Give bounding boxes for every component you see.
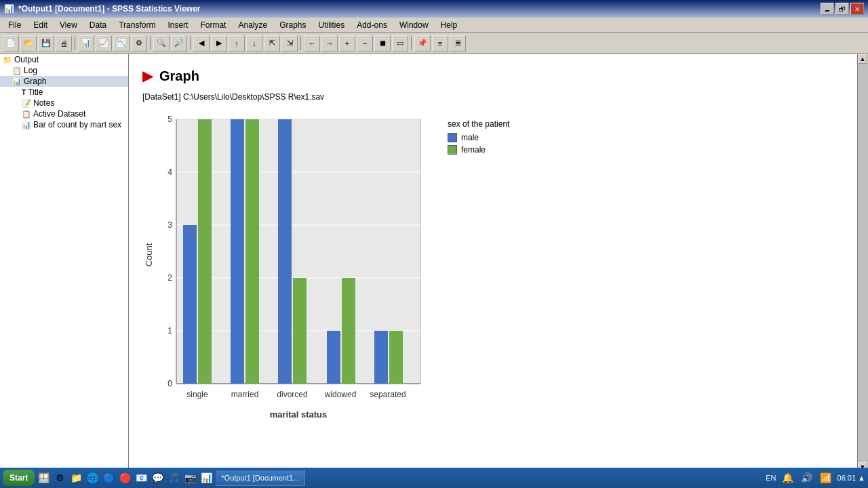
start-button[interactable]: Start bbox=[3, 470, 35, 486]
scroll-track-right bbox=[858, 64, 868, 462]
scroll-up-btn[interactable]: ▲ bbox=[858, 54, 867, 64]
menu-window[interactable]: Window bbox=[394, 19, 434, 31]
taskbar-time: 06:01 ▲ bbox=[837, 474, 865, 482]
svg-text:4: 4 bbox=[167, 167, 172, 177]
taskbar-icon-spss[interactable]: 📊 bbox=[199, 470, 214, 485]
menu-edit[interactable]: Edit bbox=[28, 19, 53, 31]
menu-analyze[interactable]: Analyze bbox=[233, 19, 273, 31]
toolbar-btn5[interactable]: 📊 bbox=[78, 35, 94, 52]
tree-bar-label: Bar of count by mart sex bbox=[33, 120, 121, 129]
toolbar-btn8[interactable]: ⚙ bbox=[131, 35, 147, 52]
menu-insert[interactable]: Insert bbox=[162, 19, 193, 31]
menu-bar: File Edit View Data Transform Insert For… bbox=[0, 18, 868, 33]
taskbar-icon-app3[interactable]: 📧 bbox=[134, 470, 149, 485]
menu-data[interactable]: Data bbox=[84, 19, 112, 31]
taskbar-notify1[interactable]: 🔔 bbox=[781, 470, 795, 485]
toolbar-btn25[interactable]: ≣ bbox=[450, 35, 466, 52]
toolbar-btn19[interactable]: + bbox=[339, 35, 355, 52]
tree-graph-label: Graph bbox=[24, 77, 46, 86]
menu-addons[interactable]: Add-ons bbox=[351, 19, 393, 31]
svg-rect-16 bbox=[183, 225, 197, 384]
svg-rect-20 bbox=[278, 119, 292, 384]
taskbar-app-item[interactable]: *Output1 [Document1... bbox=[215, 470, 305, 486]
close-button[interactable]: ✕ bbox=[850, 3, 864, 15]
toolbar-sep1 bbox=[75, 37, 75, 50]
legend-color-female bbox=[448, 145, 457, 155]
toolbar-btn20[interactable]: − bbox=[357, 35, 373, 52]
svg-rect-25 bbox=[389, 331, 403, 384]
toolbar-sep5 bbox=[411, 37, 412, 50]
left-panel: 📁 Output 📋 Log 📊 Graph T Title 📝 Notes 📋… bbox=[0, 54, 129, 472]
graph-icon: 📊 bbox=[12, 77, 22, 86]
toolbar-new[interactable]: 📄 bbox=[3, 35, 19, 52]
toolbar-btn6[interactable]: 📈 bbox=[96, 35, 112, 52]
toolbar-btn11[interactable]: ◀ bbox=[193, 35, 210, 52]
menu-help[interactable]: Help bbox=[435, 19, 463, 31]
graph-arrow: ▶ bbox=[142, 68, 153, 84]
tree-bar-chart[interactable]: 📊 Bar of count by mart sex bbox=[0, 119, 128, 130]
taskbar-en: EN bbox=[766, 474, 776, 482]
tree-output-label: Output bbox=[14, 55, 39, 64]
toolbar-btn10[interactable]: 🔎 bbox=[171, 35, 187, 52]
menu-file[interactable]: File bbox=[3, 19, 26, 31]
content-scroll[interactable]: ▶ Graph [DataSet1] C:\Users\Lilo\Desktop… bbox=[129, 54, 857, 472]
main-layout: 📁 Output 📋 Log 📊 Graph T Title 📝 Notes 📋… bbox=[0, 54, 868, 472]
toolbar-btn23[interactable]: 📌 bbox=[414, 35, 431, 52]
tree-notes[interactable]: 📝 Notes bbox=[0, 98, 128, 108]
tree-output[interactable]: 📁 Output bbox=[0, 54, 128, 65]
svg-rect-23 bbox=[342, 278, 355, 384]
toolbar-btn12[interactable]: ▶ bbox=[211, 35, 227, 52]
dataset-icon: 📋 bbox=[22, 110, 31, 119]
taskbar-icon-browser[interactable]: 🔵 bbox=[101, 470, 116, 485]
taskbar-icon-win[interactable]: 🪟 bbox=[36, 470, 51, 485]
taskbar-icon-gear[interactable]: ⚙ bbox=[52, 470, 67, 485]
taskbar-icon-app2[interactable]: 🔴 bbox=[117, 470, 132, 485]
toolbar-btn22[interactable]: ▭ bbox=[392, 35, 408, 52]
svg-text:0: 0 bbox=[167, 379, 172, 388]
tree-notes-label: Notes bbox=[33, 98, 54, 108]
toolbar-print[interactable]: 🖨 bbox=[56, 35, 72, 52]
svg-text:marital status: marital status bbox=[270, 409, 328, 420]
bar-icon: 📊 bbox=[22, 121, 31, 129]
toolbar-btn17[interactable]: ← bbox=[304, 35, 320, 52]
toolbar-btn13[interactable]: ↑ bbox=[229, 35, 245, 52]
svg-rect-21 bbox=[293, 278, 307, 384]
taskbar-icon-app4[interactable]: 💬 bbox=[150, 470, 165, 485]
tree-graph[interactable]: 📊 Graph bbox=[0, 76, 128, 87]
toolbar: 📄 📂 💾 🖨 📊 📈 📉 ⚙ 🔍 🔎 ◀ ▶ ↑ ↓ ⇱ ⇲ ← → + − … bbox=[0, 33, 868, 54]
toolbar-btn16[interactable]: ⇲ bbox=[281, 35, 298, 52]
toolbar-btn15[interactable]: ⇱ bbox=[264, 35, 280, 52]
toolbar-btn21[interactable]: ◼ bbox=[374, 35, 391, 52]
toolbar-open[interactable]: 📂 bbox=[20, 35, 37, 52]
tree-active-dataset[interactable]: 📋 Active Dataset bbox=[0, 108, 128, 119]
tree-title[interactable]: T Title bbox=[0, 87, 128, 98]
tree-log[interactable]: 📋 Log bbox=[0, 65, 128, 76]
menu-utilities[interactable]: Utilities bbox=[313, 19, 351, 31]
right-scrollbar[interactable]: ▲ ▼ bbox=[857, 54, 868, 472]
taskbar-icon-app6[interactable]: 📷 bbox=[182, 470, 197, 485]
title-icon: T bbox=[22, 89, 26, 96]
log-icon: 📋 bbox=[12, 66, 22, 75]
dataset-path: [DataSet1] C:\Users\Lilo\Desktop\SPSS R\… bbox=[142, 92, 844, 102]
taskbar-icon-app5[interactable]: 🎵 bbox=[166, 470, 181, 485]
toolbar-sep4 bbox=[300, 37, 301, 50]
menu-graphs[interactable]: Graphs bbox=[274, 19, 311, 31]
minimize-button[interactable]: 🗕 bbox=[821, 3, 834, 15]
toolbar-btn7[interactable]: 📉 bbox=[113, 35, 130, 52]
taskbar-notify3[interactable]: 📶 bbox=[818, 470, 833, 485]
toolbar-btn14[interactable]: ↓ bbox=[246, 35, 262, 52]
taskbar-right: EN 🔔 🔊 📶 06:01 ▲ bbox=[766, 470, 865, 485]
menu-format[interactable]: Format bbox=[195, 19, 231, 31]
taskbar-icon-folder[interactable]: 📁 bbox=[68, 470, 83, 485]
svg-text:3: 3 bbox=[167, 220, 172, 230]
toolbar-btn24[interactable]: ≡ bbox=[432, 35, 448, 52]
menu-transform[interactable]: Transform bbox=[113, 19, 161, 31]
maximize-button[interactable]: 🗗 bbox=[835, 3, 849, 15]
menu-view[interactable]: View bbox=[54, 19, 83, 31]
taskbar-icon-ie[interactable]: 🌐 bbox=[85, 470, 100, 485]
toolbar-sep2 bbox=[150, 37, 151, 50]
toolbar-save[interactable]: 💾 bbox=[38, 35, 54, 52]
taskbar-notify2[interactable]: 🔊 bbox=[800, 470, 814, 485]
toolbar-btn9[interactable]: 🔍 bbox=[153, 35, 170, 52]
toolbar-btn18[interactable]: → bbox=[321, 35, 338, 52]
